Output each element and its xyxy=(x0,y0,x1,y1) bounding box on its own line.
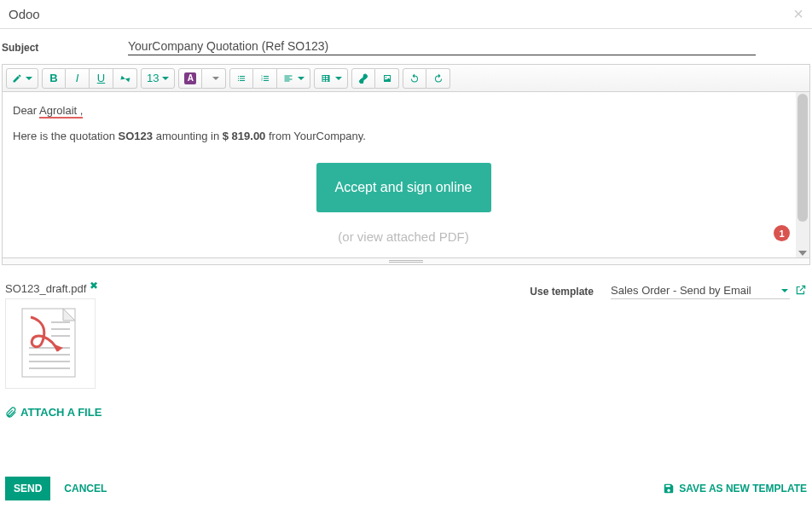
modal-title: Odoo xyxy=(9,7,803,21)
save-template-button[interactable]: SAVE AS NEW TEMPLATE xyxy=(663,483,807,495)
resize-handle[interactable] xyxy=(2,258,810,265)
remove-attachment-icon[interactable]: ✖ xyxy=(90,280,98,292)
external-link-icon[interactable] xyxy=(795,284,807,298)
body-greeting: Dear Agrolait , xyxy=(13,102,794,119)
send-button[interactable]: SEND xyxy=(5,477,50,500)
font-color-dropdown[interactable] xyxy=(202,68,226,89)
attach-file-button[interactable]: ATTACH A FILE xyxy=(5,406,312,419)
or-view-text: (or view attached PDF) xyxy=(13,229,794,244)
modal-header: Odoo × xyxy=(0,0,812,29)
subject-input[interactable] xyxy=(128,38,756,55)
subject-label: Subject xyxy=(2,42,128,55)
template-select[interactable] xyxy=(611,282,790,299)
alignment-dropdown[interactable] xyxy=(277,68,310,89)
body-summary: Here is the quotation SO123 amounting in… xyxy=(13,128,794,145)
bold-button[interactable]: B xyxy=(42,68,66,89)
style-dropdown[interactable] xyxy=(6,68,38,89)
image-button[interactable] xyxy=(375,68,399,89)
accept-sign-button[interactable]: Accept and sign online xyxy=(316,163,491,212)
paperclip-icon xyxy=(5,407,17,419)
undo-button[interactable] xyxy=(403,68,426,89)
scrollbar[interactable] xyxy=(796,92,809,257)
editor-content[interactable]: Dear Agrolait , Here is the quotation SO… xyxy=(3,92,809,257)
italic-button[interactable]: I xyxy=(66,68,90,89)
cancel-button[interactable]: CANCEL xyxy=(55,477,115,500)
editor: B I U 13 A xyxy=(2,64,810,258)
close-icon[interactable]: × xyxy=(793,5,803,22)
toolbar: B I U 13 A xyxy=(3,65,809,92)
subject-row: Subject xyxy=(0,29,812,61)
recipient-name: Agrolait , xyxy=(39,104,83,119)
table-dropdown[interactable] xyxy=(314,68,348,89)
template-label: Use template xyxy=(530,282,594,298)
scrollbar-down-arrow[interactable] xyxy=(798,251,807,256)
font-size-dropdown[interactable]: 13 xyxy=(141,68,175,89)
attachment-thumbnail[interactable] xyxy=(5,298,96,389)
footer: SEND CANCEL SAVE AS NEW TEMPLATE xyxy=(0,468,812,509)
scrollbar-thumb[interactable] xyxy=(798,94,808,222)
font-color-button[interactable]: A xyxy=(178,68,202,89)
so-ref: SO123 xyxy=(119,130,153,142)
save-icon xyxy=(663,483,675,495)
amount: $ 819.00 xyxy=(223,130,266,142)
underline-button[interactable]: U xyxy=(90,68,113,89)
clear-format-button[interactable] xyxy=(113,68,137,89)
notification-badge[interactable]: 1 xyxy=(774,225,790,241)
font-size-value: 13 xyxy=(147,72,159,84)
attachment-filename: SO123_draft.pdf xyxy=(5,282,86,295)
unordered-list-button[interactable] xyxy=(229,68,253,89)
ordered-list-button[interactable] xyxy=(253,68,277,89)
redo-button[interactable] xyxy=(426,68,450,89)
color-swatch: A xyxy=(184,72,196,84)
link-button[interactable] xyxy=(351,68,375,89)
